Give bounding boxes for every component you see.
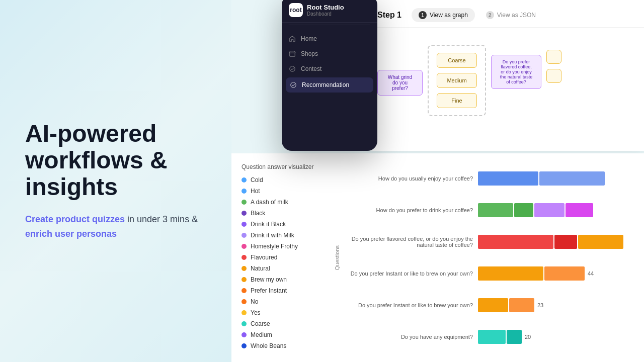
chart-label-0: How do you usually enjoy your coffee? [342,175,473,182]
bar-container-3: 44 [478,266,594,281]
viz-legend-title: Question answer visualizer [242,163,322,170]
nav-item-contest[interactable]: Contest [282,61,377,76]
legend-homestyle: Homestyle Frothy [242,243,322,250]
legend-dot-whole-beans [242,343,247,348]
legend-label-yes: Yes [251,309,261,316]
viz-legend: Question answer visualizer Cold Hot A da… [231,153,332,362]
chart-row-3: Do you prefer Instant or like to brew on… [342,266,639,281]
tab-graph-num: 1 [419,11,427,19]
nav-item-shops[interactable]: Shops [282,46,377,61]
legend-dash-milk: A dash of milk [242,199,322,206]
legend-label-coarse: Coarse [251,320,270,327]
bar-seg [534,203,565,217]
legend-natural: Natural [242,265,322,272]
tab-json-label: View as JSON [497,12,536,19]
legend-yes: Yes [242,309,322,316]
sub-text: Create product quizzes in under 3 mins &… [25,212,206,241]
count-label-5: 20 [525,334,531,340]
legend-coarse: Coarse [242,320,322,327]
nav-item-recommendation[interactable]: Recommendation [286,77,373,93]
shops-icon [289,50,296,57]
legend-dot-prefer-instant [242,288,247,293]
legend-dot-drink-milk [242,233,247,238]
chart-label-2: Do you prefer flavored coffee, or do you… [342,236,473,248]
chart-label-1: How do you prefer to drink your coffee? [342,207,473,213]
count-label-4: 23 [537,302,543,308]
tab-graph-label: View as graph [430,12,468,19]
legend-whole-beans: Whole Beans [242,342,322,349]
legend-dot-homestyle [242,244,247,249]
tab-view-json[interactable]: 2 View as JSON [479,8,543,22]
legend-dot-cold [242,177,247,183]
bar-seg [478,298,508,312]
legend-brew: Brew my own [242,276,322,283]
home-icon [289,35,296,42]
create-quiz-link[interactable]: Create product quizzes [25,214,125,224]
recommendation-icon [290,81,297,88]
step-header: Step 1 1 View as graph 2 View as JSON [367,0,644,28]
brand-info: Root Studio Dashboard [307,4,344,17]
legend-dot-yes [242,310,247,315]
app-nav: Home Shops Contest [282,27,377,98]
bar-container-2 [478,235,623,249]
legend-black: Black [242,210,322,217]
chart-row-0: How do you usually enjoy your coffee? [342,171,639,186]
legend-dot-drink-black [242,222,247,227]
chart-area: Questions How do you usually enjoy your … [332,153,644,362]
bar-container-5: 20 [478,330,531,344]
legend-label-flavoured: Flavoured [251,254,277,261]
legend-dot-dash-milk [242,200,247,205]
chart-row-2: Do you prefer flavored coffee, or do you… [342,235,639,249]
flow-node-fine: Fine [437,93,477,108]
legend-label-dash-milk: A dash of milk [251,199,288,206]
app-mockup: root Root Studio Dashboard Home [282,0,377,151]
legend-label-hot: Hot [251,188,260,195]
bar-container-0 [478,171,605,186]
enrich-personas-link[interactable]: enrich user personas [25,229,117,239]
legend-drink-black: Drink it Black [242,221,322,228]
legend-flavoured: Flavoured [242,254,322,261]
legend-cold: Cold [242,176,322,184]
flow-node-question: What grind do you prefer? [377,70,423,96]
contest-icon [289,65,296,72]
brand-sub: Dashboard [307,11,344,17]
legend-prefer-instant: Prefer Instant [242,287,322,294]
svg-point-1 [290,66,295,72]
left-panel: AI-powered workflows & insights Create p… [0,0,231,362]
bar-seg [539,171,605,186]
legend-label-natural: Natural [251,265,270,272]
legend-dot-medium [242,332,247,337]
bar-seg [544,266,585,281]
tab-json-num: 2 [486,11,494,19]
flow-node-medium: Medium [437,73,477,88]
view-tabs: 1 View as graph 2 View as JSON [412,8,543,22]
flow-node-flavor: Do you prefer flavored coffee, or do you… [491,55,541,89]
chart-row-1: How do you prefer to drink your coffee? [342,203,639,217]
nav-home-label: Home [301,35,317,42]
chart-row-4: Do you prefer Instant or like to brew yo… [342,298,639,312]
viz-area: Question answer visualizer Cold Hot A da… [231,153,644,362]
flow-diagram: What grind do you prefer? Coarse Medium … [367,28,644,148]
tab-view-graph[interactable]: 1 View as graph [412,8,475,22]
legend-dot-hot [242,189,247,194]
legend-dot-black [242,211,247,216]
legend-dot-no [242,299,247,304]
nav-item-home[interactable]: Home [282,31,377,46]
chart-row-5: Do you have any equipment? 20 [342,330,639,344]
chart-label-4: Do you prefer Instant or like to brew yo… [342,302,473,308]
legend-label-medium: Medium [251,331,272,338]
bar-seg [507,330,522,344]
legend-label-brew: Brew my own [251,276,287,283]
legend-dot-natural [242,266,247,271]
main-heading: AI-powered workflows & insights [25,121,206,200]
bar-container-1 [478,203,593,217]
bar-seg [554,235,577,249]
flow-node-coarse: Coarse [437,53,477,68]
chart-label-3: Do you prefer Instant or like to brew on… [342,270,473,277]
right-area: root Root Studio Dashboard Home [231,0,644,362]
legend-label-homestyle: Homestyle Frothy [251,243,298,250]
bar-seg [478,235,553,249]
bar-seg [514,203,533,217]
svg-rect-0 [290,53,295,56]
legend-dot-flavoured [242,255,247,260]
